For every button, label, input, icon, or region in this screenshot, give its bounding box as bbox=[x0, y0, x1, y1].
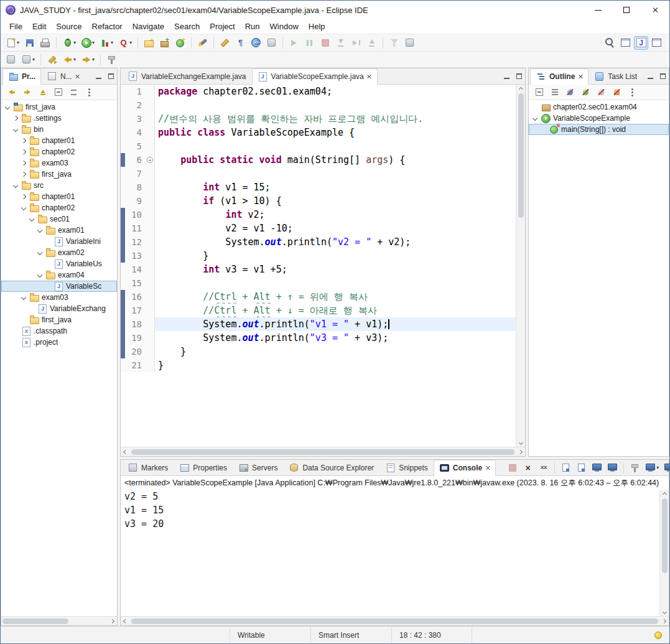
new-wizard-button[interactable]: ▾ bbox=[4, 36, 21, 50]
minimize-window-button[interactable] bbox=[584, 1, 612, 19]
tree-item-variableini[interactable]: JVariableIni bbox=[1, 236, 117, 247]
suspend-button[interactable] bbox=[302, 36, 317, 50]
tree-collapse-arrow[interactable] bbox=[36, 228, 44, 232]
terminate-button[interactable] bbox=[318, 36, 332, 50]
collapse-all-button[interactable] bbox=[51, 85, 65, 99]
tree-item-chapter02[interactable]: chapter02 bbox=[1, 202, 117, 213]
explorer-tab-pr[interactable]: Pr... bbox=[2, 68, 41, 85]
scroll-right-button[interactable] bbox=[108, 617, 117, 625]
code-line-text[interactable]: System.out.println("v3 = " + v3); bbox=[155, 331, 516, 345]
annotations-menu-arrow[interactable]: ▾ bbox=[32, 57, 35, 62]
show-on-output-button[interactable] bbox=[605, 461, 620, 475]
console-tab-snippets[interactable]: Snippets bbox=[379, 460, 434, 475]
menu-file[interactable]: File bbox=[4, 20, 27, 33]
menu-project[interactable]: Project bbox=[205, 20, 240, 33]
tree-collapse-arrow[interactable] bbox=[4, 105, 11, 109]
tree-expand-arrow[interactable] bbox=[20, 195, 27, 198]
code-line-text[interactable] bbox=[155, 139, 516, 153]
code-line-text[interactable]: System.out.println("v2 = " + v2); bbox=[155, 235, 516, 249]
tree-collapse-arrow[interactable] bbox=[36, 273, 44, 277]
menu-navigate[interactable]: Navigate bbox=[128, 20, 169, 33]
collapse-all-button[interactable] bbox=[532, 85, 546, 99]
word-wrap-button[interactable] bbox=[590, 461, 604, 475]
hide-static-members-button[interactable] bbox=[579, 85, 593, 99]
sort-button[interactable] bbox=[547, 85, 562, 99]
search-button[interactable] bbox=[195, 36, 210, 50]
remove-launch-button[interactable]: × bbox=[521, 461, 535, 475]
tree-collapse-arrow[interactable] bbox=[36, 251, 44, 254]
tree-item-variableus[interactable]: JVariableUs bbox=[1, 258, 117, 269]
explorer-tab-n[interactable]: N... bbox=[41, 68, 86, 84]
tree-item-project[interactable]: x.project bbox=[1, 337, 117, 348]
editor-tab-variableexchangeexample-java[interactable]: JVariableExchangeExample.java bbox=[122, 68, 252, 84]
use-step-filters-button[interactable] bbox=[387, 36, 401, 50]
console-tab-markers[interactable]: Markers bbox=[122, 460, 174, 475]
scroll-left-button[interactable] bbox=[121, 447, 130, 456]
explorer-maximize-button[interactable] bbox=[105, 68, 117, 84]
code-line-text[interactable] bbox=[155, 98, 516, 112]
tree-item-variableexchang[interactable]: JVariableExchang bbox=[1, 303, 117, 314]
tree-expand-arrow[interactable] bbox=[20, 150, 27, 154]
code-line-text[interactable]: package chapter02.sec01.exam04; bbox=[155, 85, 516, 98]
console-output[interactable]: v2 = 5v1 = 15v3 = 20 bbox=[121, 490, 659, 616]
menu-window[interactable]: Window bbox=[265, 20, 304, 33]
tree-item-chapter01[interactable]: chapter01 bbox=[1, 191, 117, 202]
hide-local-types-button[interactable] bbox=[610, 85, 624, 99]
resume-button[interactable] bbox=[287, 36, 301, 50]
new-java-project-button[interactable] bbox=[142, 36, 156, 50]
scroll-down-button[interactable] bbox=[660, 607, 669, 616]
hide-fields-button[interactable] bbox=[563, 85, 577, 99]
hide-non-public-members-button[interactable] bbox=[594, 85, 608, 99]
scroll-lock-button[interactable] bbox=[574, 461, 589, 475]
step-over-button[interactable] bbox=[349, 36, 363, 50]
close-tab-icon[interactable] bbox=[578, 74, 583, 79]
tree-item-classpath[interactable]: x.classpath bbox=[1, 325, 117, 337]
code-line-text[interactable]: } bbox=[155, 358, 516, 372]
editor-hscroll-thumb[interactable] bbox=[131, 449, 514, 455]
forward-history-menu-arrow[interactable]: ▾ bbox=[92, 57, 95, 62]
scroll-right-button[interactable] bbox=[659, 617, 669, 625]
clear-console-button[interactable] bbox=[559, 461, 573, 475]
outline-minimize-button[interactable] bbox=[644, 68, 656, 84]
java-perspective-button[interactable]: J bbox=[634, 36, 648, 50]
toggle-breadcrumb-button[interactable] bbox=[4, 53, 18, 67]
console-vscrollbar[interactable] bbox=[659, 490, 669, 616]
coverage-button[interactable]: ▾ bbox=[98, 36, 115, 50]
code-line-text[interactable]: public class VariableScopeExample { bbox=[155, 126, 516, 139]
code-line-text[interactable]: v2 = v1 -10; bbox=[155, 222, 516, 235]
open-web-browser-button[interactable] bbox=[249, 36, 263, 50]
debug-button[interactable]: ▾ bbox=[60, 36, 78, 50]
code-line-text[interactable]: //Ctrl + Alt + ↑ = 위에 행 복사 bbox=[155, 290, 516, 304]
tree-expand-arrow[interactable] bbox=[12, 116, 19, 120]
menu-run[interactable]: Run bbox=[240, 20, 265, 33]
tree-item-chapter01[interactable]: chapter01 bbox=[1, 135, 117, 146]
tree-collapse-arrow[interactable] bbox=[12, 128, 19, 131]
tree-expand-arrow[interactable] bbox=[20, 139, 27, 142]
tree-collapse-arrow[interactable] bbox=[12, 184, 19, 187]
code-line-text[interactable]: int v3 = v1 +5; bbox=[155, 263, 516, 276]
menu-edit[interactable]: Edit bbox=[27, 20, 51, 33]
run-menu-arrow[interactable]: ▾ bbox=[92, 40, 95, 45]
code-line-text[interactable]: //변수의 사용 범위를 확인하는 자바 프로그램 예시입니다. bbox=[155, 112, 516, 126]
external-tools-button[interactable]: Q▾ bbox=[116, 36, 134, 50]
console-tab-servers[interactable]: Servers bbox=[233, 460, 283, 475]
code-line-text[interactable]: int v1 = 15; bbox=[155, 180, 516, 194]
tree-item-exam03[interactable]: exam03 bbox=[1, 157, 117, 169]
code-line-text[interactable] bbox=[155, 276, 516, 290]
tree-item-chapter02[interactable]: chapter02 bbox=[1, 146, 117, 157]
new-wizard-menu-arrow[interactable]: ▾ bbox=[17, 40, 19, 45]
explorer-hscrollbar[interactable] bbox=[1, 616, 117, 625]
new-java-class-button[interactable] bbox=[173, 36, 187, 50]
menu-source[interactable]: Source bbox=[51, 20, 86, 33]
tree-item-first-java[interactable]: first_java bbox=[1, 169, 117, 180]
debug-menu-arrow[interactable]: ▾ bbox=[73, 40, 76, 45]
back-button[interactable] bbox=[4, 85, 19, 99]
collapse-fold-icon[interactable] bbox=[147, 157, 153, 163]
code-line-text[interactable]: if (v1 > 10) { bbox=[155, 194, 516, 208]
view-menu-button[interactable] bbox=[625, 85, 640, 99]
open-task-button[interactable] bbox=[264, 36, 279, 50]
annotations-button[interactable]: ▾ bbox=[19, 53, 37, 67]
link-with-editor-button[interactable] bbox=[67, 85, 81, 99]
outline-item-variablescopeexample[interactable]: VariableScopeExample bbox=[529, 113, 669, 124]
code-line-text[interactable]: } bbox=[155, 345, 516, 358]
